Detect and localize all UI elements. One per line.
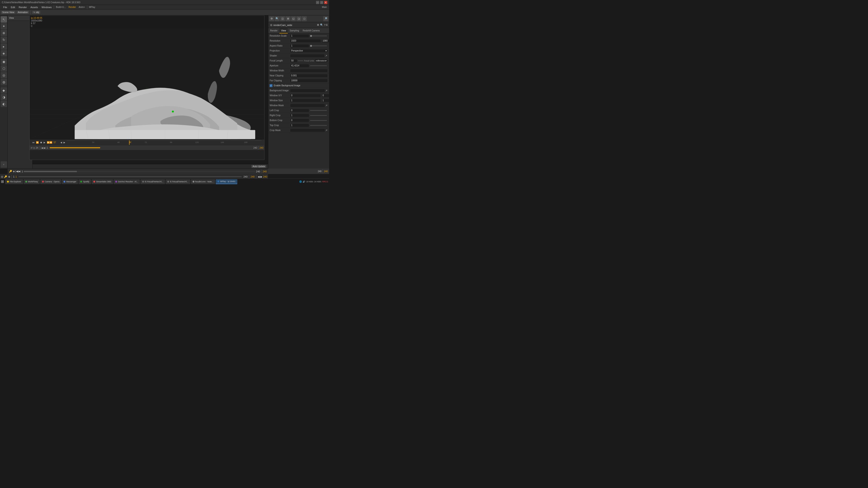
taskbar-file-explorer[interactable]: File Explorer: [5, 179, 23, 184]
slider-left-crop[interactable]: [310, 110, 327, 111]
mplay-next-btn[interactable]: ▶|: [44, 147, 46, 149]
camera-tool-btn[interactable]: ◎: [1, 72, 7, 78]
menu-assets[interactable]: Assets: [29, 5, 40, 9]
slider-aperture[interactable]: [310, 66, 327, 66]
cam-gear-icon[interactable]: ⚙: [317, 24, 319, 26]
anim-key-icon[interactable]: 🔑: [4, 175, 7, 178]
taskbar-mplay[interactable]: MPlay - ip:16491: [216, 179, 237, 184]
transform-tool-btn[interactable]: ⊕: [1, 30, 7, 36]
mplay-stop[interactable]: ⏹: [40, 141, 42, 144]
bg-image-browse[interactable]: ↗: [325, 89, 328, 92]
select-tool-btn[interactable]: ↖: [1, 16, 7, 23]
taskbar-camera-opera[interactable]: Camera - Opera: [40, 179, 61, 184]
mplay-step-back[interactable]: ◀: [60, 141, 62, 144]
taskbar-messenger[interactable]: Messenger: [62, 179, 78, 184]
arrow-tool-btn[interactable]: ▸: [1, 43, 7, 50]
prop-val-res-scale[interactable]: [290, 34, 309, 38]
mplay-viewport[interactable]: [30, 29, 264, 139]
rp-icon-paste[interactable]: ◲: [296, 16, 301, 21]
cam-help-icon[interactable]: ?: [324, 24, 326, 26]
light-tool-btn[interactable]: ◍: [1, 79, 7, 85]
animation-tab[interactable]: Animation: [17, 11, 29, 14]
rp-icon-search[interactable]: 🔍: [275, 16, 280, 21]
anim-cam-icon[interactable]: ◎: [1, 175, 3, 178]
tab-view[interactable]: View: [279, 28, 288, 33]
prop-val-top-crop[interactable]: [290, 124, 309, 127]
menu-edit[interactable]: Edit: [9, 5, 17, 9]
focal-units-val[interactable]: millimeters ▾: [315, 59, 328, 63]
prop-val-aperture[interactable]: [290, 64, 309, 68]
rp-icon-window[interactable]: ◻: [302, 16, 307, 21]
rp-icon-zoom[interactable]: 🔎: [323, 16, 328, 21]
prop-val-near-clip[interactable]: [290, 74, 328, 77]
taskbar-spotify[interactable]: Spotify: [79, 179, 91, 184]
anim-step-back2[interactable]: ◀: [258, 175, 259, 178]
mplay-prev-frame[interactable]: ⏪: [36, 141, 39, 144]
mplay-step-fwd[interactable]: ▶: [64, 141, 65, 144]
taskbar-evpath1[interactable]: E:/Visual/Vertex/Al...: [141, 179, 165, 184]
node-tool-btn[interactable]: ⬡: [1, 65, 7, 72]
prop-val-right-crop[interactable]: [290, 113, 309, 117]
ch-step-fwd[interactable]: ▶|: [19, 170, 21, 173]
taskbar-davinci[interactable]: DaVinci Resolve - Al...: [114, 179, 140, 184]
prop-val-shader[interactable]: [290, 54, 324, 58]
menu-windows[interactable]: Windows: [40, 5, 54, 9]
taskbar-houdini-env[interactable]: houdini.env - Note...: [191, 179, 215, 184]
shader-expand[interactable]: ↗: [324, 55, 328, 57]
prop-val-crop-mask[interactable]: [290, 129, 325, 132]
slider-handle-2[interactable]: [310, 45, 312, 47]
prop-val-left-crop[interactable]: [290, 109, 309, 112]
render-tab[interactable]: Render: [67, 6, 77, 8]
tab-redshift[interactable]: Redshift Camera: [301, 28, 321, 33]
scene-3d[interactable]: [30, 29, 264, 139]
mplay-skip-end[interactable]: ⏩⏩: [47, 141, 52, 144]
prop-val-focal[interactable]: [290, 59, 298, 63]
prop-val-aspect[interactable]: [290, 44, 309, 48]
rp-icon-copy[interactable]: ◱: [291, 16, 296, 21]
slider-focal[interactable]: [298, 61, 303, 61]
cam-search-icon[interactable]: 🔍: [320, 24, 323, 26]
prop-val-winx[interactable]: [290, 94, 321, 97]
tab-render[interactable]: Render: [268, 28, 279, 33]
anim-tab[interactable]: Anim+: [77, 6, 87, 8]
taskbar-evpath2[interactable]: E:/Visual/Vertex/Al...: [165, 179, 190, 184]
mplay-skip-start[interactable]: ⏮: [32, 141, 35, 144]
rp-icon-grid[interactable]: ⊞: [285, 16, 290, 21]
prop-val-res-w[interactable]: [290, 39, 321, 43]
mplay-prev-btn[interactable]: |◀: [41, 147, 43, 149]
prop-val-far-clip[interactable]: [290, 79, 328, 83]
close-button[interactable]: ✕: [324, 1, 327, 4]
anim-bar[interactable]: [19, 176, 242, 177]
anim-globe-icon[interactable]: ⊕: [8, 175, 10, 178]
mplay-play[interactable]: ▶: [43, 141, 45, 144]
mplay-timeline[interactable]: ⏮ ⏪ ⏹ ▶ ⏩⏩ 57 ◀ ▶ 24 48 57 72 96 120 144…: [30, 139, 264, 145]
windows-icon[interactable]: ⊞: [1, 180, 4, 184]
rp-icon-layout[interactable]: ◫: [280, 16, 285, 21]
minimize-button[interactable]: ─: [316, 1, 319, 4]
ch-lock-icon[interactable]: ◈: [13, 170, 15, 173]
sculpt-tool-btn[interactable]: ◈: [1, 50, 7, 57]
prop-val-winmask[interactable]: [290, 104, 325, 107]
prop-val-res-h[interactable]: [321, 39, 329, 43]
prop-val-projection[interactable]: Perspective ▾: [290, 49, 328, 53]
slider-res-scale[interactable]: [310, 36, 327, 36]
paint-tool-btn[interactable]: ◉: [1, 59, 7, 65]
prop-val-bottom-crop[interactable]: [290, 119, 309, 122]
slider-handle[interactable]: [310, 35, 312, 37]
ch-step-back[interactable]: |◀: [16, 170, 18, 173]
snap-tool-btn[interactable]: ◐: [1, 101, 7, 107]
obj-btn[interactable]: ↖ obj: [32, 11, 40, 14]
taskbar-workflowy[interactable]: WorkFlowy: [24, 179, 40, 184]
pose-tool-btn[interactable]: ✦: [1, 23, 7, 29]
slider-right-crop[interactable]: [310, 115, 327, 116]
menu-render[interactable]: Render: [17, 5, 29, 9]
crop-mask-browse[interactable]: ↗: [325, 129, 328, 131]
prop-enable-bg-image[interactable]: ✓ Enable Background Image: [268, 83, 329, 88]
ch-bar[interactable]: [24, 171, 255, 172]
rp-icon-settings[interactable]: ⚙: [269, 16, 274, 21]
prop-val-winy[interactable]: [321, 94, 329, 97]
slider-top-crop[interactable]: [310, 125, 327, 126]
anim-step-fwd2[interactable]: ▶: [260, 175, 262, 178]
winmask-browse[interactable]: ↗: [325, 104, 328, 107]
auto-update-btn[interactable]: Auto Update: [251, 165, 266, 168]
